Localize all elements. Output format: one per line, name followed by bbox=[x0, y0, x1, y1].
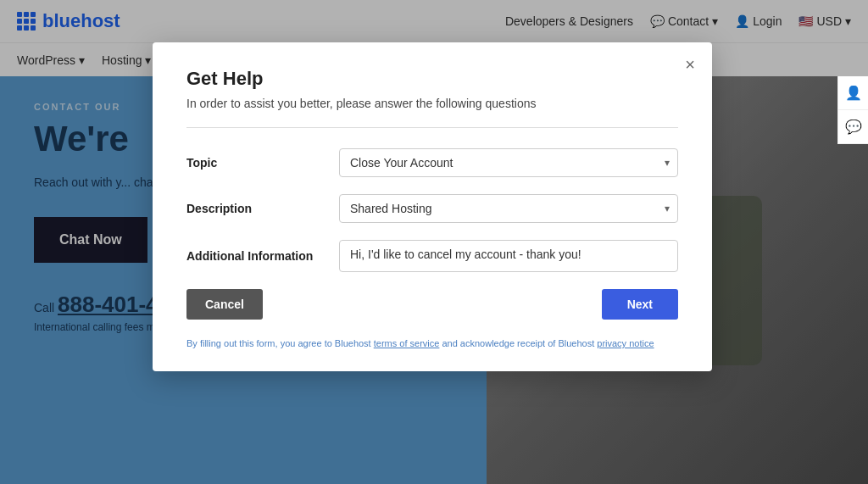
side-icon-chat[interactable]: 💬 bbox=[838, 110, 868, 144]
get-help-modal: × Get Help In order to assist you better… bbox=[153, 42, 712, 371]
topic-select[interactable]: Close Your Account Billing Technical Sup… bbox=[339, 148, 678, 177]
modal-subtitle: In order to assist you better, please an… bbox=[186, 97, 678, 110]
topic-select-wrapper: Close Your Account Billing Technical Sup… bbox=[339, 148, 678, 177]
additional-info-label: Additional Information bbox=[186, 249, 339, 263]
description-select-wrapper: Shared Hosting WordPress Hosting VPS Hos… bbox=[339, 194, 678, 223]
cancel-button[interactable]: Cancel bbox=[186, 289, 263, 320]
next-button[interactable]: Next bbox=[602, 289, 678, 320]
terms-of-service-link[interactable]: terms of service bbox=[374, 338, 440, 348]
side-chat-icon: 💬 bbox=[845, 119, 862, 135]
side-icon-person[interactable]: 👤 bbox=[838, 76, 868, 110]
description-select[interactable]: Shared Hosting WordPress Hosting VPS Hos… bbox=[339, 194, 678, 223]
modal-footer: By filling out this form, you agree to B… bbox=[186, 337, 678, 351]
description-label: Description bbox=[186, 202, 339, 215]
additional-info-row: Additional Information Hi, I'd like to c… bbox=[186, 240, 678, 272]
additional-info-input[interactable]: Hi, I'd like to cancel my account - than… bbox=[339, 240, 678, 272]
topic-row: Topic Close Your Account Billing Technic… bbox=[186, 148, 678, 177]
privacy-notice-link[interactable]: privacy notice bbox=[597, 338, 654, 348]
modal-title: Get Help bbox=[186, 68, 678, 90]
side-icons-panel: 👤 💬 bbox=[837, 76, 868, 144]
description-row: Description Shared Hosting WordPress Hos… bbox=[186, 194, 678, 223]
modal-close-button[interactable]: × bbox=[685, 56, 695, 73]
topic-label: Topic bbox=[186, 156, 339, 170]
modal-divider bbox=[186, 127, 678, 128]
side-person-icon: 👤 bbox=[845, 85, 862, 101]
button-row: Cancel Next bbox=[186, 289, 678, 320]
